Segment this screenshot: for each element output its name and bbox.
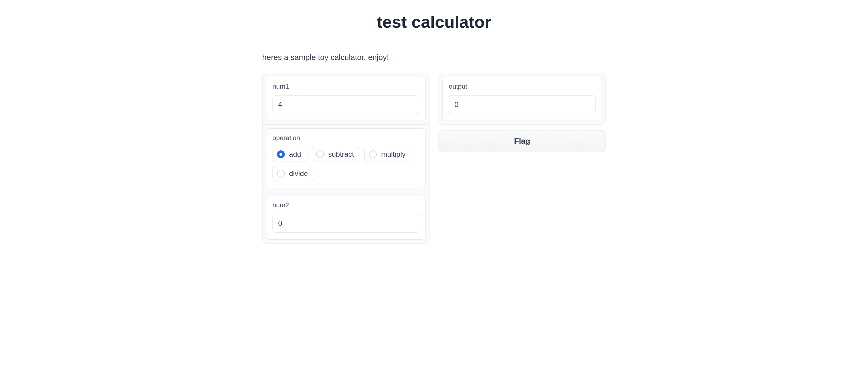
operation-label: operation xyxy=(273,134,419,142)
operation-block: operation add subtract multiply xyxy=(266,128,426,188)
num1-label: num1 xyxy=(273,83,419,90)
radio-icon xyxy=(277,150,285,158)
num2-input[interactable] xyxy=(273,214,419,233)
flag-button[interactable]: Flag xyxy=(438,130,606,152)
radio-label: multiply xyxy=(381,150,405,158)
radio-label: subtract xyxy=(328,150,354,158)
operation-radio-group: add subtract multiply divide xyxy=(273,147,419,181)
description-text: heres a sample toy calculator. enjoy! xyxy=(262,53,606,62)
inputs-panel: num1 operation add subtract xyxy=(262,73,430,243)
radio-icon xyxy=(316,150,324,158)
operation-radio-add[interactable]: add xyxy=(273,147,307,162)
num2-label: num2 xyxy=(273,201,419,209)
num1-block: num1 xyxy=(266,77,426,121)
radio-icon xyxy=(277,170,285,178)
operation-radio-subtract[interactable]: subtract xyxy=(312,147,360,162)
page-title: test calculator xyxy=(262,12,606,32)
output-value: 0 xyxy=(449,95,595,114)
operation-radio-multiply[interactable]: multiply xyxy=(364,147,412,162)
output-label: output xyxy=(449,83,595,90)
radio-label: divide xyxy=(289,169,308,178)
radio-icon xyxy=(369,150,377,158)
output-panel: output 0 xyxy=(438,73,606,125)
output-block: output 0 xyxy=(442,77,602,121)
operation-radio-divide[interactable]: divide xyxy=(273,166,314,181)
radio-label: add xyxy=(289,150,301,158)
num1-input[interactable] xyxy=(273,95,419,114)
num2-block: num2 xyxy=(266,196,426,240)
